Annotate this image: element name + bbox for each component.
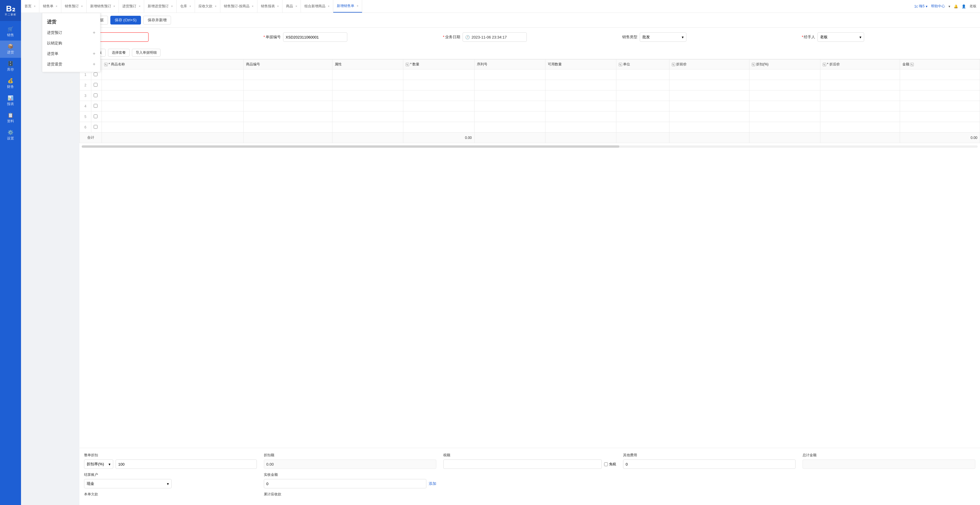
tab-new-sales[interactable]: 新增销售单 × (333, 0, 362, 13)
notification-icon[interactable]: 🔔 (954, 5, 958, 8)
row-2-price[interactable] (820, 80, 900, 91)
handler-select[interactable]: 老板 ▾ (818, 32, 864, 42)
purchase-add-icon[interactable]: + (93, 51, 95, 56)
row-5-quantity[interactable] (403, 112, 474, 122)
sidebar-item-settings[interactable]: ⚙️ 设置 (0, 127, 21, 144)
tab-sales-close[interactable]: × (56, 5, 57, 8)
tab-combo-product-close[interactable]: × (328, 5, 329, 8)
help-link[interactable]: 帮助中心 (931, 4, 945, 9)
tax-free-label[interactable]: 免税 (604, 462, 616, 467)
tab-sales-report-close[interactable]: × (277, 5, 279, 8)
row-1-discount[interactable] (749, 70, 820, 80)
date-input[interactable]: 🕐 2023-11-06 23:34:17 (463, 32, 527, 42)
row-4-unit[interactable] (616, 101, 669, 112)
row-3-pre-price[interactable] (670, 91, 749, 101)
sidebar-item-purchase[interactable]: 📦 进货 (0, 41, 21, 58)
sidebar-item-sales[interactable]: 🛒 销售 (0, 23, 21, 41)
tab-receivable-close[interactable]: × (215, 5, 216, 8)
row-5-name[interactable] (102, 112, 244, 122)
row-4-price[interactable] (820, 101, 900, 112)
row-5-checkbox[interactable] (91, 112, 102, 122)
sidebar-item-finance[interactable]: 💰 财务 (0, 75, 21, 92)
tab-receivable[interactable]: 应收欠款 × (195, 0, 220, 13)
row-4-pre-price[interactable] (670, 101, 749, 112)
row-5-pre-price[interactable] (670, 112, 749, 122)
row-1-price[interactable] (820, 70, 900, 80)
sidebar-item-report[interactable]: 📊 报表 (0, 92, 21, 110)
row-3-discount[interactable] (749, 91, 820, 101)
row-6-discount[interactable] (749, 122, 820, 132)
discount-rate-select[interactable]: 折扣率(%) ▾ (84, 459, 113, 469)
row-3-checkbox[interactable] (91, 91, 102, 101)
row-6-price[interactable] (820, 122, 900, 132)
tab-purchase-order[interactable]: 进货预订 × (119, 0, 144, 13)
actual-amount-input[interactable] (264, 479, 427, 488)
sales-type-select[interactable]: 批发 ▾ (640, 32, 686, 42)
dropdown-item-sales-driven[interactable]: 以销定购 (42, 38, 100, 48)
tab-new-sales-order-close[interactable]: × (113, 5, 115, 8)
row-2-quantity[interactable] (403, 80, 474, 91)
tab-combo-product[interactable]: 组合新增商品 × (301, 0, 333, 13)
tab-new-sales-close[interactable]: × (356, 5, 358, 8)
row-3-name[interactable] (102, 91, 244, 101)
company-user-info[interactable]: 1c 嗨5 ▾ (914, 4, 928, 9)
row-6-name[interactable] (102, 122, 244, 132)
row-4-quantity[interactable] (403, 101, 474, 112)
sidebar-item-inventory[interactable]: 🗄️ 库存 (0, 58, 21, 75)
dropdown-item-purchase[interactable]: 进货单 + (42, 48, 100, 59)
tab-product[interactable]: 商品 × (283, 0, 301, 13)
sidebar-item-data[interactable]: 📋 资料 (0, 110, 21, 127)
row-4-name[interactable] (102, 101, 244, 112)
tab-sales-order-close[interactable]: × (81, 5, 83, 8)
tab-new-purchase-order-close[interactable]: × (171, 5, 173, 8)
add-link[interactable]: 添加 (429, 481, 436, 486)
tab-sales-by-product-close[interactable]: × (252, 5, 254, 8)
row-5-unit[interactable] (616, 112, 669, 122)
tab-new-purchase-order[interactable]: 新增进货预订 × (144, 0, 177, 13)
other-fee-input[interactable] (623, 459, 796, 469)
row-6-unit[interactable] (616, 122, 669, 132)
row-1-unit[interactable] (616, 70, 669, 80)
tab-home[interactable]: 首页 × (21, 0, 40, 13)
dropdown-item-purchase-order[interactable]: 进货预订 + (42, 27, 100, 38)
row-2-discount[interactable] (749, 80, 820, 91)
save-button[interactable]: 保存 (Ctrl+S) (110, 16, 141, 24)
row-5-price[interactable] (820, 112, 900, 122)
tab-warehouse[interactable]: 仓库 × (177, 0, 195, 13)
row-6-pre-price[interactable] (670, 122, 749, 132)
package-button[interactable]: 选择套餐 (108, 49, 130, 57)
save-new-button[interactable]: 保存并新增 (143, 16, 171, 24)
customer-input[interactable] (96, 32, 148, 42)
import-button[interactable]: 导入单据明细 (132, 49, 161, 57)
row-3-quantity[interactable] (403, 91, 474, 101)
row-4-checkbox[interactable] (91, 101, 102, 112)
row-2-checkbox[interactable] (91, 80, 102, 91)
row-6-quantity[interactable] (403, 122, 474, 132)
row-1-quantity[interactable] (403, 70, 474, 80)
row-1-name[interactable] (102, 70, 244, 80)
doc-number-input[interactable]: XSD202311060001 (283, 32, 347, 42)
tab-sales-report[interactable]: 销售报表 × (258, 0, 283, 13)
horizontal-scrollbar[interactable] (82, 145, 978, 148)
settlement-account-select[interactable]: 现金 ▾ (84, 479, 172, 488)
tab-home-close[interactable]: × (34, 5, 36, 8)
row-2-pre-price[interactable] (670, 80, 749, 91)
tab-purchase-order-close[interactable]: × (138, 5, 140, 8)
dropdown-item-purchase-return[interactable]: 进货退货 + (42, 59, 100, 70)
user-avatar-icon[interactable]: 👤 (962, 5, 966, 8)
row-4-discount[interactable] (749, 101, 820, 112)
tax-free-checkbox[interactable] (604, 462, 608, 466)
row-2-name[interactable] (102, 80, 244, 91)
discount-rate-input[interactable] (116, 459, 257, 469)
tax-input[interactable] (443, 459, 602, 469)
tab-product-close[interactable]: × (295, 5, 297, 8)
tab-sales-order[interactable]: 销售预订 × (61, 0, 87, 13)
row-3-price[interactable] (820, 91, 900, 101)
purchase-order-add-icon[interactable]: + (93, 30, 95, 35)
tab-sales-by-product[interactable]: 销售预订-按商品 × (220, 0, 258, 13)
row-6-checkbox[interactable] (91, 122, 102, 132)
row-2-unit[interactable] (616, 80, 669, 91)
row-1-pre-price[interactable] (670, 70, 749, 80)
row-5-discount[interactable] (749, 112, 820, 122)
tab-sales[interactable]: 销售单 × (40, 0, 61, 13)
